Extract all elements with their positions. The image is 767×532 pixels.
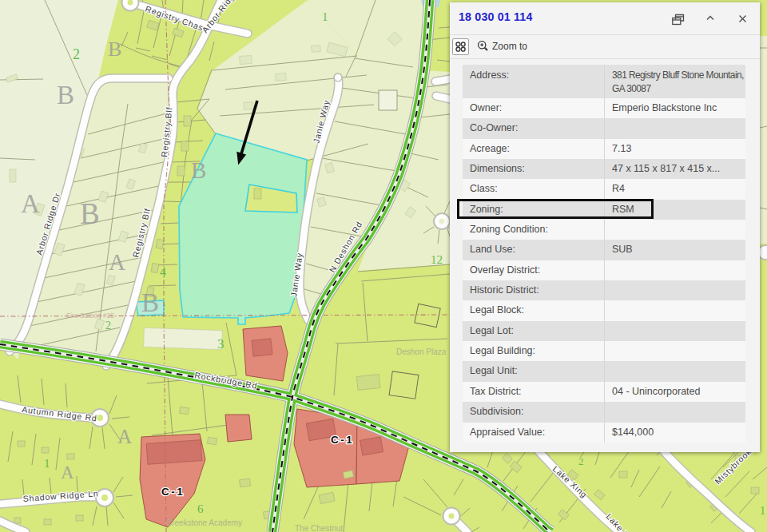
svg-text:B: B [80, 197, 100, 230]
svg-text:1: 1 [760, 505, 765, 517]
svg-text:A: A [21, 189, 40, 218]
svg-text:2: 2 [73, 46, 80, 62]
svg-text:2: 2 [578, 455, 584, 467]
svg-text:C-1: C-1 [331, 434, 354, 446]
svg-text:1: 1 [44, 457, 50, 470]
svg-text:Fire Station #25: Fire Station #25 [66, 312, 114, 320]
svg-text:B: B [141, 288, 159, 317]
svg-text:The Chestnut: The Chestnut [295, 524, 343, 532]
svg-text:Deshon Plaza: Deshon Plaza [396, 347, 447, 356]
svg-text:B: B [191, 157, 206, 183]
svg-text:1: 1 [322, 10, 328, 23]
svg-text:Creekstone Academy: Creekstone Academy [166, 518, 242, 527]
svg-text:B: B [108, 38, 121, 61]
svg-text:A: A [61, 463, 74, 482]
svg-text:A: A [109, 249, 125, 275]
svg-text:4: 4 [160, 265, 166, 279]
svg-text:12: 12 [431, 253, 443, 266]
svg-text:A: A [117, 426, 132, 447]
svg-text:C-1: C-1 [161, 486, 185, 498]
svg-text:2: 2 [105, 320, 111, 332]
svg-text:3: 3 [217, 336, 225, 351]
svg-text:B: B [57, 81, 74, 109]
svg-text:6: 6 [197, 502, 204, 515]
